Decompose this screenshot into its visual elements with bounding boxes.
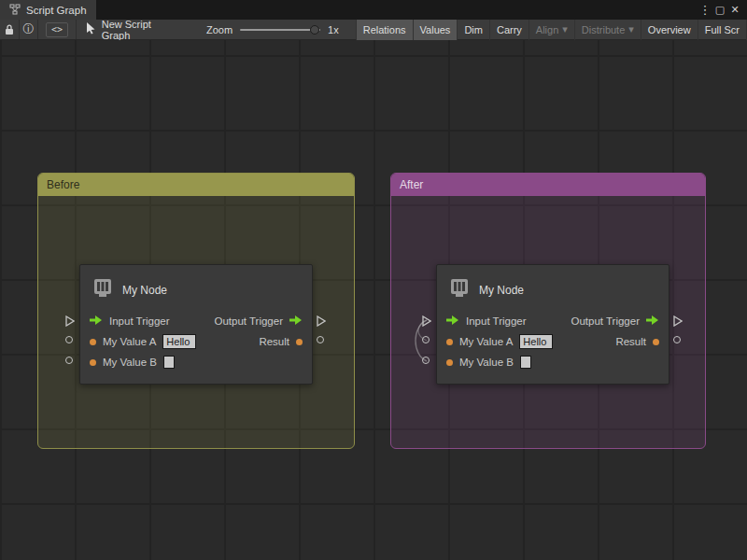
carry-label: Carry [497, 24, 522, 35]
info-icon[interactable]: ⓘ [20, 20, 38, 40]
group-before-header[interactable]: Before [38, 174, 354, 196]
graph-tab-icon [9, 4, 21, 17]
relations-label: Relations [363, 24, 406, 35]
value-a-input[interactable] [162, 334, 196, 349]
value-b-label: My Value B [459, 357, 514, 368]
distribute-dropdown[interactable]: Distribute ▾ [574, 20, 641, 40]
result-label: Result [615, 336, 646, 347]
value-input-port[interactable] [65, 357, 73, 364]
code-view-icon[interactable]: <> [46, 22, 68, 37]
port-row-value-b: My Value B [446, 355, 659, 370]
node-title-label: My Node [122, 284, 167, 297]
kebab-menu-icon[interactable]: ⋮ [698, 3, 712, 17]
node-my-node-after[interactable]: My Node Input Trigger Output Trigger My … [436, 264, 669, 385]
result-label: Result [259, 336, 289, 347]
port-row-trigger: Input Trigger Output Trigger [90, 314, 303, 329]
output-trigger-label: Output Trigger [214, 315, 283, 327]
connection-curves [402, 308, 439, 373]
lock-icon[interactable] [0, 20, 19, 40]
toolbar-buttons: Relations Values Dim Carry Align ▾ Distr… [356, 20, 747, 40]
fullscreen-button[interactable]: Full Scr [698, 20, 747, 40]
align-label: Align [536, 24, 558, 35]
node-title-label: My Node [479, 284, 524, 297]
tab-bar: Script Graph ⋮ ▢ ✕ [0, 0, 747, 20]
group-after-header[interactable]: After [391, 174, 705, 196]
graph-name-button[interactable]: New Script Graph [77, 19, 182, 41]
maximize-icon[interactable]: ▢ [712, 4, 727, 16]
flow-machine-icon [448, 277, 471, 302]
value-b-label: My Value B [103, 357, 157, 368]
overview-label: Overview [648, 24, 691, 35]
node-header[interactable]: My Node [92, 277, 167, 302]
graph-name-label: New Script Graph [102, 19, 173, 41]
value-b-input[interactable] [163, 356, 175, 369]
flow-input-port[interactable] [65, 315, 75, 327]
tab-script-graph[interactable]: Script Graph [0, 0, 96, 20]
flow-output-port[interactable] [673, 315, 683, 327]
value-output-port[interactable] [317, 336, 324, 343]
zoom-slider[interactable] [240, 29, 320, 31]
values-label: Values [420, 24, 451, 35]
window-controls: ⋮ ▢ ✕ [698, 0, 747, 20]
toolbar-separator [37, 20, 38, 39]
port-row-trigger: Input Trigger Output Trigger [446, 314, 659, 329]
port-row-value-b: My Value B [90, 355, 303, 370]
flow-arrow-icon [90, 315, 103, 327]
input-trigger-label: Input Trigger [109, 315, 170, 327]
flow-arrow-icon [646, 315, 659, 327]
pointer-icon [86, 22, 96, 36]
flow-arrow-icon [289, 315, 303, 327]
value-input-port[interactable] [422, 357, 430, 364]
value-port-icon [296, 339, 303, 345]
values-button[interactable]: Values [413, 20, 458, 40]
dim-button[interactable]: Dim [457, 20, 489, 40]
value-a-label: My Value A [459, 336, 513, 347]
flow-arrow-icon [446, 315, 459, 327]
carry-button[interactable]: Carry [489, 20, 529, 40]
input-trigger-label: Input Trigger [466, 315, 527, 327]
value-input-port[interactable] [65, 336, 73, 343]
group-before-title: Before [47, 178, 79, 191]
value-port-icon [90, 359, 96, 366]
value-input-port[interactable] [422, 336, 430, 343]
port-row-value-a: My Value A Result [90, 334, 303, 349]
zoom-control: Zoom 1x [206, 24, 339, 35]
port-row-value-a: My Value A Result [446, 334, 659, 349]
flow-input-port[interactable] [422, 315, 431, 327]
value-port-icon [446, 339, 453, 345]
distribute-label: Distribute [582, 24, 625, 35]
zoom-slider-knob[interactable] [310, 25, 319, 35]
node-header[interactable]: My Node [448, 277, 524, 302]
tab-title: Script Graph [26, 5, 87, 16]
dim-label: Dim [464, 24, 483, 35]
value-a-label: My Value A [103, 336, 156, 347]
value-port-icon [90, 339, 96, 345]
value-port-icon [446, 359, 453, 366]
group-after-title: After [400, 178, 423, 191]
node-my-node-before[interactable]: My Node Input Trigger Output Trigger My … [79, 264, 313, 385]
value-port-icon [653, 339, 659, 345]
zoom-value: 1x [328, 24, 339, 35]
value-output-port[interactable] [673, 336, 681, 343]
value-a-input[interactable] [519, 334, 553, 349]
align-dropdown[interactable]: Align ▾ [529, 20, 574, 40]
value-b-input[interactable] [520, 356, 531, 369]
graph-toolbar: ⓘ <> New Script Graph Zoom 1x Relations [0, 20, 747, 40]
close-icon[interactable]: ✕ [727, 4, 742, 16]
flow-output-port[interactable] [317, 315, 326, 327]
zoom-label: Zoom [206, 24, 233, 35]
fullscreen-label: Full Scr [705, 24, 740, 35]
overview-button[interactable]: Overview [641, 20, 698, 40]
output-trigger-label: Output Trigger [571, 315, 640, 327]
flow-machine-icon [92, 277, 114, 302]
chevron-down-icon: ▾ [562, 23, 568, 35]
script-graph-window: Script Graph ⋮ ▢ ✕ ⓘ <> New Script Gra [0, 0, 747, 560]
chevron-down-icon: ▾ [628, 23, 634, 35]
relations-button[interactable]: Relations [356, 20, 413, 40]
